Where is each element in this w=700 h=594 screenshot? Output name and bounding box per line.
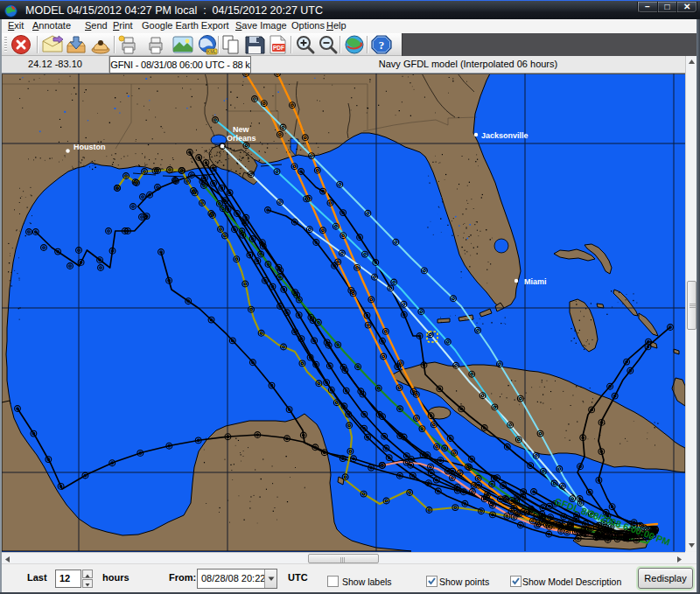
svg-text:PDF: PDF [273,45,284,51]
svg-text:?: ? [379,38,385,52]
svg-text:Houston: Houston [74,143,106,151]
svg-text:KML: KML [207,49,217,54]
svg-text:Miami: Miami [524,277,547,286]
svg-text:New: New [233,125,250,134]
svg-text:Jacksonville: Jacksonville [481,131,528,140]
svg-text:Orleans: Orleans [227,134,256,143]
